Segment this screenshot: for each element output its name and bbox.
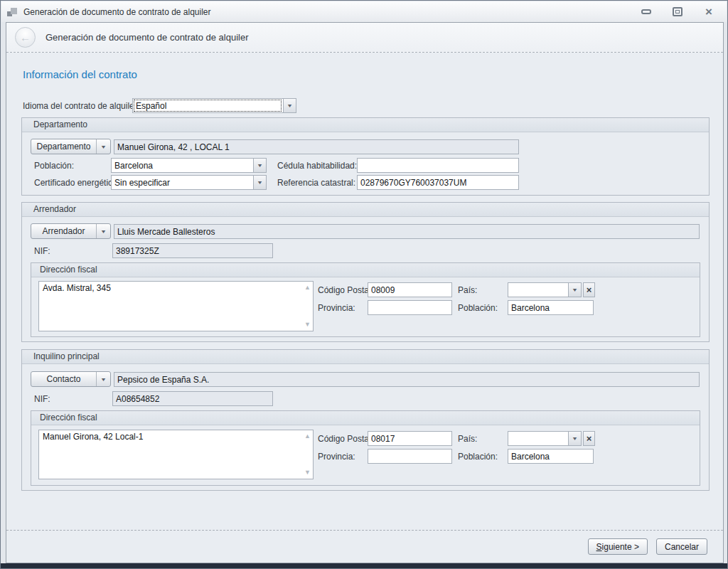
certificado-combo[interactable]: ▼ (111, 175, 267, 190)
departamento-selector-label: Departamento (31, 139, 96, 154)
clear-icon: × (587, 433, 592, 444)
minimize-button[interactable] (637, 5, 655, 19)
back-button[interactable]: ← (15, 27, 36, 48)
arrendador-value-field (114, 224, 700, 239)
scroll-down-icon[interactable]: ▼ (304, 321, 311, 328)
certificado-chevron-down-icon[interactable]: ▼ (253, 175, 267, 190)
app-icon (7, 6, 18, 18)
arrendador-nif-field (112, 243, 273, 258)
certificado-input[interactable] (111, 175, 253, 190)
group-arrendador: Arrendador Arrendador ▼ NIF: Dirección f… (21, 202, 710, 342)
inquilino-nif-label: NIF: (34, 394, 50, 404)
arrendador-selector-label: Arrendador (31, 224, 96, 238)
window-title: Generación de documento de contrato de a… (23, 7, 637, 17)
scroll-up-icon[interactable]: ▲ (304, 284, 311, 291)
arrendador-poblacion-input[interactable] (508, 300, 594, 315)
inquilino-pais-chevron-down-icon[interactable]: ▼ (568, 431, 582, 446)
inquilino-pais-label: País: (458, 434, 477, 444)
group-inquilino: Inquilino principal Contacto ▼ NIF: Dire… (21, 349, 710, 491)
inquilino-direccion-title: Dirección fiscal (31, 411, 700, 425)
restore-button[interactable] (668, 5, 687, 19)
inquilino-selector-label: Contacto (31, 372, 96, 386)
back-arrow-icon: ← (20, 31, 31, 43)
group-departamento-title: Departamento (22, 118, 709, 132)
poblacion-chevron-down-icon[interactable]: ▼ (253, 158, 267, 173)
titlebar: Generación de documento de contrato de a… (1, 1, 727, 22)
inquilino-value-field (114, 372, 700, 387)
clear-icon: × (587, 284, 592, 295)
arrendador-selector-chevron-down-icon[interactable]: ▼ (96, 224, 110, 238)
window-bottom-edge (1, 563, 728, 568)
dialog-client-area: ← Generación de documento de contrato de… (6, 22, 724, 563)
arrendador-pais-label: País: (458, 285, 477, 295)
minimize-icon (641, 9, 651, 14)
window-controls: × (637, 5, 721, 19)
inquilino-selector-chevron-down-icon[interactable]: ▼ (96, 372, 110, 386)
scroll-down-icon[interactable]: ▼ (304, 469, 311, 476)
poblacion-label: Población: (34, 161, 74, 171)
inquilino-poblacion-input[interactable] (508, 449, 594, 464)
inquilino-provincia-label: Provincia: (318, 452, 355, 462)
arrendador-direccion-group: Dirección fiscal Avda. Mistral, 345 ▲ ▼ … (31, 262, 700, 337)
scroll-up-icon[interactable]: ▲ (304, 433, 311, 440)
language-chevron-down-icon[interactable]: ▼ (283, 98, 296, 113)
arrendador-pais-input[interactable] (508, 282, 568, 297)
inquilino-poblacion-label: Población: (458, 452, 498, 462)
inquilino-direccion-group: Dirección fiscal Manuel Girona, 42 Local… (31, 410, 700, 486)
group-departamento: Departamento Departamento ▼ Población: ▼… (21, 117, 710, 196)
arrendador-address-textarea[interactable]: Avda. Mistral, 345 (39, 282, 313, 331)
inquilino-selector-button[interactable]: Contacto ▼ (31, 371, 111, 387)
language-input[interactable] (132, 98, 283, 113)
restore-icon (673, 7, 682, 16)
arrendador-pais-clear-button[interactable]: × (583, 282, 595, 297)
group-inquilino-title: Inquilino principal (22, 350, 709, 364)
cedula-label: Cédula habitabilidad: (277, 161, 357, 171)
departamento-value-field (114, 139, 519, 154)
arrendador-cp-input[interactable] (368, 282, 452, 297)
inquilino-cp-input[interactable] (368, 431, 452, 446)
inquilino-cp-label: Código Postal: (318, 434, 373, 444)
inquilino-address-area: Manuel Girona, 42 Local-1 ▲ ▼ (38, 430, 314, 479)
inquilino-provincia-input[interactable] (368, 449, 452, 464)
arrendador-provincia-label: Provincia: (318, 303, 355, 313)
arrendador-pais-combo[interactable]: ▼ (508, 282, 582, 297)
close-icon: × (705, 7, 712, 17)
inquilino-pais-clear-button[interactable]: × (583, 431, 595, 446)
app-window: Generación de documento de contrato de a… (0, 0, 728, 569)
certificado-label: Certificado energético: (34, 178, 119, 188)
cancel-button[interactable]: Cancelar (656, 538, 707, 555)
arrendador-address-area: Avda. Mistral, 345 ▲ ▼ (38, 281, 314, 331)
arrendador-cp-label: Código Postal: (318, 285, 373, 295)
footer: Siguiente > Cancelar (6, 530, 723, 563)
page-title: Información del contrato (23, 68, 137, 80)
inquilino-address-textarea[interactable]: Manuel Girona, 42 Local-1 (39, 430, 313, 479)
inquilino-pais-combo[interactable]: ▼ (508, 431, 582, 446)
arrendador-provincia-input[interactable] (368, 300, 452, 315)
wizard-content: Información del contrato Idioma del cont… (6, 53, 724, 531)
arrendador-poblacion-label: Población: (458, 303, 498, 313)
next-button[interactable]: Siguiente > (588, 538, 648, 555)
arrendador-pais-chevron-down-icon[interactable]: ▼ (568, 282, 582, 297)
close-button[interactable]: × (700, 5, 718, 19)
poblacion-input[interactable] (111, 158, 253, 173)
language-combo[interactable]: ▼ (132, 98, 296, 113)
wizard-header: ← Generación de documento de contrato de… (6, 23, 723, 53)
language-label: Idioma del contrato de alquiler: (23, 101, 139, 111)
referencia-label: Referencia catastral: (277, 178, 355, 188)
arrendador-selector-button[interactable]: Arrendador ▼ (31, 223, 111, 239)
departamento-selector-chevron-down-icon[interactable]: ▼ (96, 139, 110, 154)
wizard-header-title: Generación de documento de contrato de a… (46, 32, 248, 43)
arrendador-direccion-title: Dirección fiscal (31, 263, 700, 277)
cedula-input[interactable] (357, 158, 519, 173)
group-arrendador-title: Arrendador (22, 203, 709, 217)
referencia-input[interactable] (357, 175, 519, 190)
departamento-selector-button[interactable]: Departamento ▼ (31, 139, 111, 154)
arrendador-nif-label: NIF: (34, 246, 50, 256)
inquilino-nif-field (112, 391, 273, 406)
inquilino-pais-input[interactable] (508, 431, 568, 446)
poblacion-combo[interactable]: ▼ (111, 158, 267, 173)
